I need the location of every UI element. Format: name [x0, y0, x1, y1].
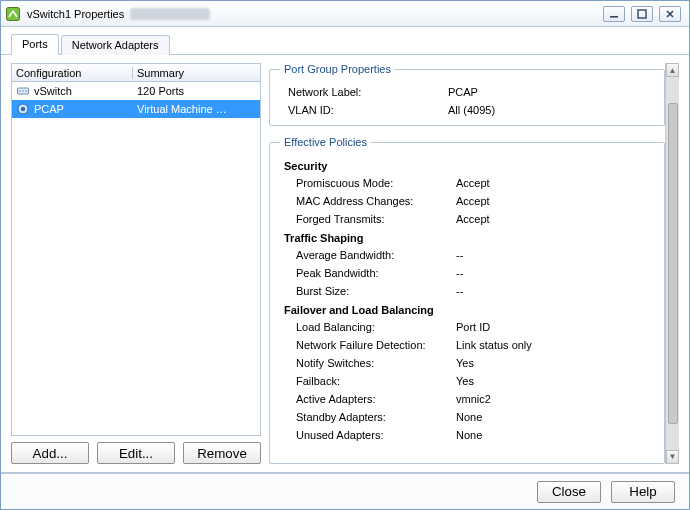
label-unused-adapters: Unused Adapters: [296, 429, 456, 441]
row-name: vSwitch [34, 85, 72, 97]
section-traffic-shaping: Traffic Shaping [280, 228, 654, 246]
value-vlan-id: All (4095) [448, 104, 654, 116]
section-failover: Failover and Load Balancing [280, 300, 654, 318]
label-average-bandwidth: Average Bandwidth: [296, 249, 456, 261]
label-network-label: Network Label: [288, 86, 448, 98]
minimize-button[interactable] [603, 6, 625, 22]
title-text: vSwitch1 Properties [27, 8, 124, 20]
maximize-button[interactable] [631, 6, 653, 22]
list-header: Configuration Summary [12, 64, 260, 82]
col-header-summary[interactable]: Summary [132, 67, 260, 79]
section-security: Security [280, 156, 654, 174]
value-peak-bandwidth: -- [456, 267, 654, 279]
right-column: Port Group Properties Network Label: PCA… [269, 63, 679, 464]
scroll-thumb[interactable] [668, 103, 678, 424]
row-summary: Virtual Machine … [132, 103, 260, 115]
label-failback: Failback: [296, 375, 456, 387]
value-failure-detection: Link status only [456, 339, 654, 351]
port-group-properties: Port Group Properties Network Label: PCA… [269, 63, 665, 126]
label-promiscuous-mode: Promiscuous Mode: [296, 177, 456, 189]
dialog-window: vSwitch1 Properties Ports Network Adapte… [0, 0, 690, 510]
left-column: Configuration Summary [11, 63, 261, 464]
value-network-label: PCAP [448, 86, 654, 98]
svg-rect-0 [7, 7, 20, 20]
remove-button[interactable]: Remove [183, 442, 261, 464]
title-suffix-blurred [130, 8, 210, 20]
svg-point-6 [25, 90, 27, 92]
help-button[interactable]: Help [611, 481, 675, 503]
value-average-bandwidth: -- [456, 249, 654, 261]
portgroup-icon [16, 102, 30, 116]
list-body: vSwitch 120 Ports [12, 82, 260, 435]
list-row-pcap[interactable]: PCAP Virtual Machine … [12, 100, 260, 118]
svg-point-4 [19, 90, 21, 92]
label-failure-detection: Network Failure Detection: [296, 339, 456, 351]
edit-button[interactable]: Edit... [97, 442, 175, 464]
effective-policies: Effective Policies Security Promiscuous … [269, 136, 665, 464]
tab-strip: Ports Network Adapters [1, 27, 689, 55]
label-standby-adapters: Standby Adapters: [296, 411, 456, 423]
label-load-balancing: Load Balancing: [296, 321, 456, 333]
label-notify-switches: Notify Switches: [296, 357, 456, 369]
row-name: PCAP [34, 103, 64, 115]
scroll-up-icon[interactable]: ▲ [666, 63, 679, 77]
app-icon [5, 6, 21, 22]
svg-point-8 [21, 106, 25, 110]
window-title: vSwitch1 Properties [27, 8, 597, 20]
label-vlan-id: VLAN ID: [288, 104, 448, 116]
value-mac-address-changes: Accept [456, 195, 654, 207]
value-notify-switches: Yes [456, 357, 654, 369]
list-row-vswitch[interactable]: vSwitch 120 Ports [12, 82, 260, 100]
dialog-footer: Close Help [1, 473, 689, 509]
legend-port-group: Port Group Properties [280, 63, 395, 75]
label-burst-size: Burst Size: [296, 285, 456, 297]
value-forged-transmits: Accept [456, 213, 654, 225]
svg-rect-2 [638, 10, 646, 18]
titlebar[interactable]: vSwitch1 Properties [1, 1, 689, 27]
left-button-row: Add... Edit... Remove [11, 442, 261, 464]
value-load-balancing: Port ID [456, 321, 654, 333]
tab-pane-ports: Configuration Summary [1, 55, 689, 473]
value-standby-adapters: None [456, 411, 654, 423]
label-active-adapters: Active Adapters: [296, 393, 456, 405]
add-button[interactable]: Add... [11, 442, 89, 464]
value-active-adapters: vmnic2 [456, 393, 654, 405]
col-header-configuration[interactable]: Configuration [12, 67, 132, 79]
tab-network-adapters[interactable]: Network Adapters [61, 35, 170, 55]
configuration-list[interactable]: Configuration Summary [11, 63, 261, 436]
close-window-button[interactable] [659, 6, 681, 22]
scrollbar[interactable]: ▲ ▼ [665, 63, 679, 464]
value-failback: Yes [456, 375, 654, 387]
svg-point-5 [22, 90, 24, 92]
vswitch-icon [16, 84, 30, 98]
row-summary: 120 Ports [132, 85, 260, 97]
window-buttons [603, 6, 681, 22]
tab-ports[interactable]: Ports [11, 34, 59, 55]
label-forged-transmits: Forged Transmits: [296, 213, 456, 225]
label-mac-address-changes: MAC Address Changes: [296, 195, 456, 207]
close-button[interactable]: Close [537, 481, 601, 503]
svg-rect-1 [610, 16, 618, 18]
value-burst-size: -- [456, 285, 654, 297]
label-peak-bandwidth: Peak Bandwidth: [296, 267, 456, 279]
value-unused-adapters: None [456, 429, 654, 441]
value-promiscuous-mode: Accept [456, 177, 654, 189]
legend-effective-policies: Effective Policies [280, 136, 371, 148]
scroll-down-icon[interactable]: ▼ [666, 450, 679, 464]
